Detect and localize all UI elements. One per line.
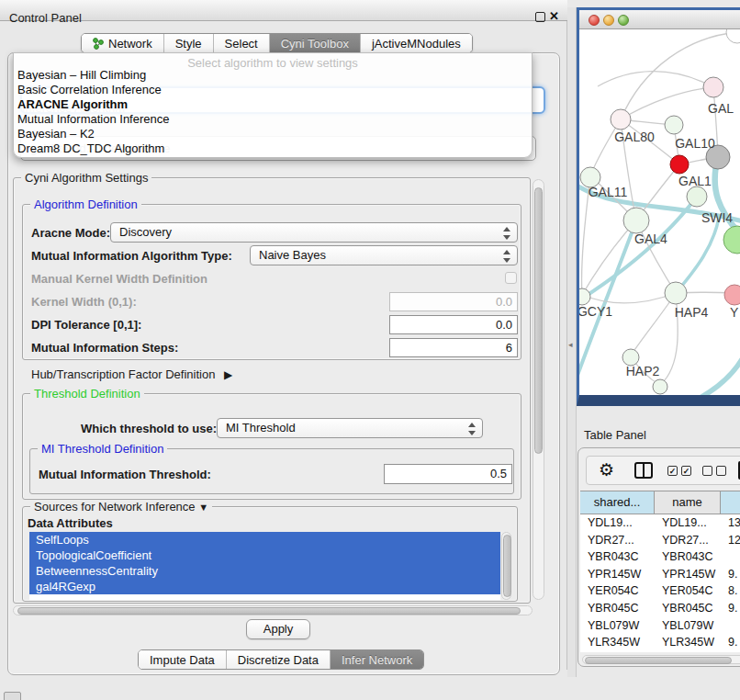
checked-checkbox-icon[interactable]: ✓ bbox=[681, 466, 691, 476]
dropdown-item[interactable]: Mutual Information Inference bbox=[14, 112, 532, 127]
split-columns-icon[interactable] bbox=[634, 462, 653, 479]
network-node[interactable] bbox=[724, 285, 740, 305]
tab-impute-data[interactable]: Impute Data bbox=[139, 650, 227, 669]
gear-icon[interactable]: ⚙ bbox=[599, 459, 614, 480]
table-horizontal-scrollbar[interactable] bbox=[582, 655, 740, 664]
dropdown-item[interactable]: Bayesian – Hill Climbing bbox=[14, 68, 532, 83]
apply-button[interactable]: Apply bbox=[246, 619, 310, 639]
close-icon[interactable]: ✕ bbox=[549, 9, 559, 23]
tab-infer-network[interactable]: Infer Network bbox=[331, 650, 423, 669]
network-node-hap4[interactable] bbox=[665, 282, 687, 304]
cell: YDL19... bbox=[655, 514, 721, 532]
unchecked-checkbox-icon[interactable] bbox=[702, 466, 712, 476]
minimize-traffic-light-icon[interactable] bbox=[603, 15, 614, 26]
tab-cyni-toolbox[interactable]: Cyni Toolbox bbox=[270, 34, 361, 52]
dpi-tolerance-field[interactable]: 0.0 bbox=[389, 315, 518, 334]
network-node-gal10[interactable] bbox=[665, 116, 683, 134]
column-header-cut[interactable] bbox=[721, 491, 740, 514]
network-node-gcy1[interactable] bbox=[579, 288, 590, 305]
network-graph: GAL GAL80 GAL10 GAL1 GAL11 SWI4 GAL4 GCY… bbox=[579, 29, 740, 395]
network-node[interactable] bbox=[703, 77, 723, 97]
network-node-gal1[interactable] bbox=[670, 155, 689, 174]
cell: YDR27... bbox=[655, 532, 721, 549]
settings-vertical-scrollbar[interactable] bbox=[533, 179, 544, 600]
column-header-name[interactable]: name bbox=[655, 491, 721, 514]
mi-threshold-field[interactable]: 0.5 bbox=[384, 464, 512, 484]
table-row[interactable]: YDR27...YDR27...12 bbox=[580, 532, 740, 549]
network-node[interactable] bbox=[653, 379, 667, 394]
mi-algorithm-type-value: Naive Bayes bbox=[259, 248, 326, 262]
tab-style[interactable]: Style bbox=[164, 34, 214, 52]
which-threshold-combobox[interactable]: MI Threshold bbox=[217, 418, 483, 438]
network-edge bbox=[621, 87, 713, 119]
control-panel-titlebar[interactable] bbox=[0, 0, 567, 21]
attributes-scrollbar[interactable] bbox=[501, 532, 511, 600]
network-edge bbox=[598, 72, 713, 87]
cell: YER054C bbox=[580, 582, 655, 600]
chevron-right-icon: ▶ bbox=[224, 368, 232, 381]
unchecked-checkbox-icon[interactable] bbox=[716, 466, 726, 476]
network-node-gal80[interactable] bbox=[611, 109, 631, 130]
table-row[interactable]: YBR043CYBR043C bbox=[580, 548, 740, 566]
network-node[interactable] bbox=[726, 29, 740, 43]
cell: 9. bbox=[721, 600, 740, 617]
attribute-item[interactable]: SelfLoops bbox=[29, 532, 500, 548]
dropdown-item[interactable]: Basic Correlation Inference bbox=[14, 83, 532, 97]
sources-title-text: Sources for Network Inference bbox=[34, 500, 196, 514]
mi-steps-field[interactable]: 6 bbox=[389, 338, 518, 357]
cyni-algorithm-settings-title: Cyni Algorithm Settings bbox=[21, 171, 151, 185]
cell: YPR145W bbox=[655, 566, 721, 583]
which-threshold-value: MI Threshold bbox=[226, 421, 296, 435]
network-canvas[interactable]: GAL GAL80 GAL10 GAL1 GAL11 SWI4 GAL4 GCY… bbox=[579, 29, 740, 395]
close-traffic-light-icon[interactable] bbox=[589, 15, 600, 26]
attribute-item[interactable]: gal4RGexp bbox=[29, 579, 500, 594]
node-label: HAP4 bbox=[675, 305, 709, 320]
settings-horizontal-scrollbar[interactable] bbox=[13, 605, 533, 615]
mi-algorithm-type-combobox[interactable]: Naive Bayes bbox=[250, 245, 518, 265]
dropdown-item[interactable]: Dream8 DC_TDC Algorithm bbox=[14, 141, 532, 156]
manual-kernel-width-checkbox[interactable] bbox=[505, 272, 517, 284]
table-row[interactable]: YPR145WYPR145W9. bbox=[580, 566, 740, 583]
cell: YBR043C bbox=[580, 548, 655, 566]
table-row[interactable]: YBR045CYBR045C9. bbox=[580, 600, 740, 617]
attribute-item[interactable]: TopologicalCoefficient bbox=[29, 548, 500, 563]
tab-jactivemnodules[interactable]: jActiveMNodules bbox=[361, 34, 472, 52]
float-window-icon[interactable] bbox=[535, 12, 545, 22]
aracne-mode-combobox[interactable]: Discovery bbox=[110, 222, 518, 243]
network-node-gal4[interactable] bbox=[623, 208, 649, 233]
mi-algorithm-type-label: Mutual Information Algorithm Type: bbox=[31, 249, 232, 263]
divider-collapse-icon[interactable]: ◂ bbox=[568, 340, 573, 349]
tab-select[interactable]: Select bbox=[214, 34, 270, 52]
cell bbox=[721, 548, 740, 566]
combo-arrows-icon bbox=[467, 423, 476, 435]
dropdown-item[interactable]: Bayesian – K2 bbox=[14, 127, 532, 141]
table-row[interactable]: YBL079WYBL079W bbox=[580, 617, 740, 635]
table-row[interactable]: YIL052CYIL052C9 bbox=[580, 651, 740, 652]
tab-impute-data-label: Impute Data bbox=[150, 650, 215, 670]
algorithm-definition-title: Algorithm Definition bbox=[30, 198, 141, 211]
aracne-mode-label: Aracne Mode: bbox=[31, 226, 110, 240]
table-toolbar: ⚙ ✓ ✓ bbox=[586, 456, 740, 485]
tab-discretize-data[interactable]: Discretize Data bbox=[227, 650, 331, 669]
zoom-traffic-light-icon[interactable] bbox=[618, 15, 629, 26]
cell: YLR345W bbox=[580, 634, 655, 651]
table-row[interactable]: YER054CYER054C8. bbox=[580, 582, 740, 600]
collapsed-panel-icon[interactable] bbox=[4, 692, 21, 700]
dropdown-item-selected[interactable]: ARACNE Algorithm bbox=[14, 97, 532, 112]
tab-network[interactable]: Network bbox=[82, 34, 164, 52]
tab-network-label: Network bbox=[108, 34, 152, 53]
attribute-item[interactable]: BetweennessCentrality bbox=[29, 563, 500, 579]
table-row[interactable]: YDL19...YDL19...13 bbox=[580, 514, 740, 532]
checked-checkbox-icon[interactable]: ✓ bbox=[667, 466, 678, 476]
network-node[interactable] bbox=[723, 226, 740, 254]
network-edge bbox=[671, 351, 740, 395]
network-window-titlebar[interactable] bbox=[579, 10, 740, 29]
aracne-mode-value: Discovery bbox=[119, 225, 172, 239]
network-node-swi4[interactable] bbox=[687, 186, 707, 207]
table-row[interactable]: YLR345WYLR345W9. bbox=[580, 634, 740, 651]
kernel-width-field[interactable]: 0.0 bbox=[389, 292, 518, 311]
cell: YIL052C bbox=[655, 651, 721, 652]
hub-tf-definition-toggle[interactable]: Hub/Transcription Factor Definition ▶ bbox=[31, 367, 232, 381]
cell: YDR27... bbox=[580, 532, 655, 549]
column-header-shared-name[interactable]: shared... bbox=[580, 491, 655, 514]
